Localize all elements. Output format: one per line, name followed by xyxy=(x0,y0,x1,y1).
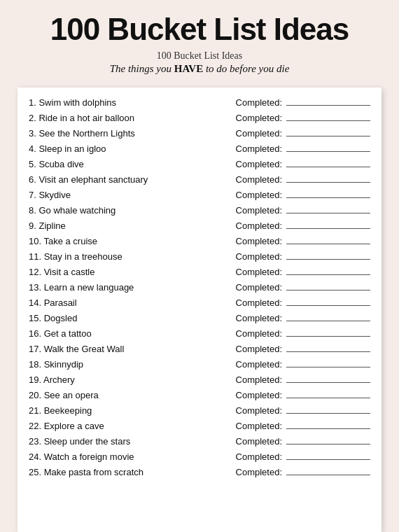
item-text: 7. Skydive xyxy=(29,190,169,200)
completed-area: Completed: xyxy=(169,436,370,447)
item-text: 20. See an opera xyxy=(29,390,169,400)
item-text: 16. Get a tattoo xyxy=(29,328,169,339)
item-text: 6. Visit an elephant sanctuary xyxy=(29,174,169,185)
completed-label: Completed: xyxy=(236,467,282,477)
item-text: 12. Visit a castle xyxy=(29,267,169,277)
completed-area: Completed: xyxy=(169,97,370,108)
item-text: 1. Swim with dolphins xyxy=(29,97,169,108)
completed-area: Completed: xyxy=(169,113,370,123)
completed-area: Completed: xyxy=(169,344,370,354)
list-item: 23. Sleep under the starsCompleted: xyxy=(29,433,370,449)
item-text: 19. Archery xyxy=(29,374,169,385)
list-item: 15. DogsledCompleted: xyxy=(29,310,370,326)
completed-label: Completed: xyxy=(236,405,282,416)
item-text: 15. Dogsled xyxy=(29,313,169,323)
completed-label: Completed: xyxy=(236,113,282,123)
completed-label: Completed: xyxy=(236,282,282,293)
completed-area: Completed: xyxy=(169,174,370,185)
completed-line xyxy=(286,382,370,383)
completed-line xyxy=(286,274,370,275)
list-item: 14. ParasailCompleted: xyxy=(29,295,370,310)
completed-line xyxy=(286,120,370,121)
completed-line xyxy=(286,244,370,244)
list-item: 22. Explore a caveCompleted: xyxy=(29,418,370,433)
list-item: 21. BeekeepingCompleted: xyxy=(29,402,370,418)
list-item: 4. Sleep in an iglooCompleted: xyxy=(29,141,370,156)
completed-label: Completed: xyxy=(236,267,282,277)
completed-label: Completed: xyxy=(236,359,282,370)
completed-area: Completed: xyxy=(169,236,370,246)
subtitle-pre: The things you xyxy=(110,63,174,74)
list-card: 1. Swim with dolphinsCompleted:2. Ride i… xyxy=(18,88,382,532)
completed-line xyxy=(286,151,370,152)
completed-line xyxy=(286,428,370,429)
list-item: 6. Visit an elephant sanctuaryCompleted: xyxy=(29,172,370,187)
completed-area: Completed: xyxy=(169,421,370,431)
completed-line xyxy=(286,398,370,398)
item-text: 25. Make pasta from scratch xyxy=(29,467,169,477)
completed-line xyxy=(286,259,370,260)
list-item: 10. Take a cruiseCompleted: xyxy=(29,233,370,248)
completed-label: Completed: xyxy=(236,190,282,200)
completed-area: Completed: xyxy=(169,328,370,339)
item-text: 8. Go whale watching xyxy=(29,205,169,216)
completed-label: Completed: xyxy=(236,159,282,169)
item-text: 9. Zipline xyxy=(29,220,169,231)
list-item: 17. Walk the Great WallCompleted: xyxy=(29,341,370,356)
completed-label: Completed: xyxy=(236,220,282,231)
completed-line xyxy=(286,351,370,352)
item-text: 10. Take a cruise xyxy=(29,236,169,246)
list-item: 24. Watch a foreign movieCompleted: xyxy=(29,449,370,464)
completed-label: Completed: xyxy=(236,144,282,154)
list-item: 13. Learn a new languageCompleted: xyxy=(29,279,370,295)
item-text: 3. See the Northern Lights xyxy=(29,128,169,139)
item-text: 5. Scuba dive xyxy=(29,159,169,169)
subtitle-line2: The things you HAVE to do before you die xyxy=(14,63,385,75)
completed-area: Completed: xyxy=(169,159,370,169)
completed-area: Completed: xyxy=(169,267,370,277)
list-item: 19. ArcheryCompleted: xyxy=(29,372,370,387)
item-text: 2. Ride in a hot air balloon xyxy=(29,113,169,123)
completed-label: Completed: xyxy=(236,421,282,431)
completed-area: Completed: xyxy=(169,251,370,262)
completed-label: Completed: xyxy=(236,374,282,385)
list-item: 16. Get a tattooCompleted: xyxy=(29,326,370,341)
completed-area: Completed: xyxy=(169,451,370,462)
completed-line xyxy=(286,459,370,460)
completed-label: Completed: xyxy=(236,251,282,262)
completed-area: Completed: xyxy=(169,405,370,416)
completed-label: Completed: xyxy=(236,344,282,354)
completed-label: Completed: xyxy=(236,298,282,308)
completed-area: Completed: xyxy=(169,282,370,293)
completed-label: Completed: xyxy=(236,451,282,462)
item-text: 13. Learn a new language xyxy=(29,282,169,293)
completed-label: Completed: xyxy=(236,236,282,246)
list-item: 12. Visit a castleCompleted: xyxy=(29,264,370,279)
completed-area: Completed: xyxy=(169,190,370,200)
completed-line xyxy=(286,475,370,475)
header-section: 100 Bucket List Ideas 100 Bucket List Id… xyxy=(0,0,399,83)
completed-label: Completed: xyxy=(236,313,282,323)
item-text: 24. Watch a foreign movie xyxy=(29,451,169,462)
completed-line xyxy=(286,336,370,337)
completed-line xyxy=(286,136,370,136)
list-item: 7. SkydiveCompleted: xyxy=(29,187,370,202)
completed-label: Completed: xyxy=(236,328,282,339)
subtitle-line1: 100 Bucket List Ideas xyxy=(14,50,385,62)
completed-area: Completed: xyxy=(169,220,370,231)
completed-line xyxy=(286,290,370,290)
list-item: 5. Scuba diveCompleted: xyxy=(29,156,370,172)
completed-line xyxy=(286,213,370,214)
completed-line xyxy=(286,197,370,198)
completed-area: Completed: xyxy=(169,374,370,385)
completed-label: Completed: xyxy=(236,205,282,216)
completed-line xyxy=(286,321,370,321)
completed-area: Completed: xyxy=(169,390,370,400)
completed-area: Completed: xyxy=(169,359,370,370)
completed-area: Completed: xyxy=(169,467,370,477)
completed-line xyxy=(286,367,370,368)
completed-line xyxy=(286,182,370,183)
list-item: 9. ZiplineCompleted: xyxy=(29,218,370,233)
completed-line xyxy=(286,105,370,106)
completed-label: Completed: xyxy=(236,174,282,185)
